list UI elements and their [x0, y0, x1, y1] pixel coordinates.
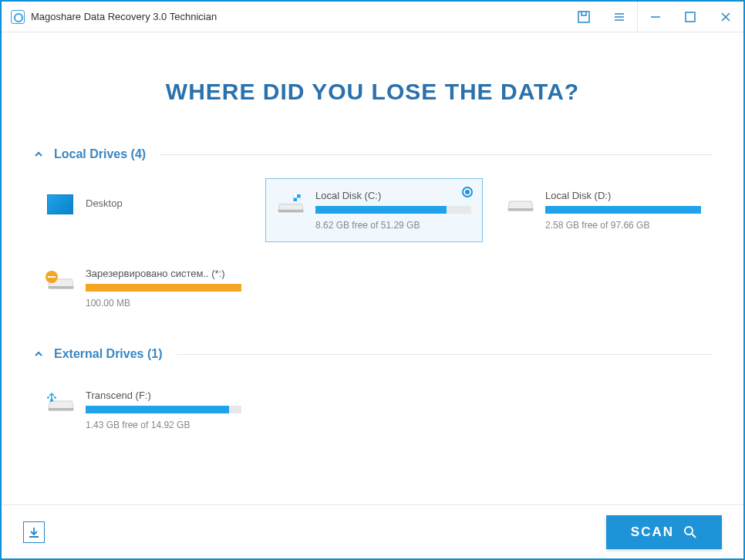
chevron-up-icon [32, 148, 45, 160]
menu-button[interactable] [602, 2, 637, 32]
selected-radio-icon [462, 187, 473, 197]
app-logo-icon [11, 10, 25, 24]
section-header-local[interactable]: Local Drives (4) [32, 147, 713, 161]
usage-bar [315, 206, 471, 214]
drive-free-text: 2.58 GB free of 97.66 GB [545, 220, 701, 231]
local-drives-grid: Desktop Local Disk (C:) 8.62 GB [32, 178, 713, 320]
drive-name: Зарезервировано систем.. (*:) [86, 268, 241, 279]
divider [177, 354, 713, 355]
drive-free-text: 1.43 GB free of 14.92 GB [86, 420, 241, 430]
drive-free-text: 8.62 GB free of 51.29 GB [315, 220, 471, 231]
titlebar-buttons [566, 2, 743, 32]
drive-item-desktop[interactable]: Desktop [35, 178, 253, 242]
svg-rect-6 [508, 208, 533, 211]
scan-button[interactable]: SCAN [606, 515, 722, 549]
usage-bar [86, 406, 241, 413]
usage-bar-fill [86, 406, 229, 413]
disk-icon [277, 194, 305, 217]
save-session-button[interactable] [566, 2, 602, 32]
svg-rect-7 [49, 286, 73, 289]
svg-rect-5 [278, 210, 303, 213]
usage-bar [545, 206, 701, 214]
minus-badge-icon [46, 271, 58, 283]
titlebar: Magoshare Data Recovery 3.0 Technician [2, 2, 743, 32]
drive-item-system-reserved[interactable]: Зарезервировано систем.. (*:) 100.00 MB [35, 256, 253, 320]
maximize-button[interactable] [673, 2, 708, 32]
scan-button-label: SCAN [631, 525, 674, 540]
disk-icon [47, 272, 75, 295]
drive-item-local-d[interactable]: Local Disk (D:) 2.58 GB free of 97.66 GB [495, 178, 713, 242]
usage-bar-fill [545, 206, 701, 214]
usage-bar-fill [315, 206, 447, 214]
external-drives-grid: Transcend (F:) 1.43 GB free of 14.92 GB [32, 378, 713, 442]
close-button[interactable] [708, 2, 743, 32]
page-title: WHERE DID YOU LOSE THE DATA? [32, 79, 713, 105]
section-title-local: Local Drives (4) [54, 147, 146, 161]
drive-name: Desktop [86, 197, 241, 209]
usage-bar-fill [86, 284, 241, 292]
minimize-button[interactable] [637, 2, 673, 32]
drive-name: Transcend (F:) [86, 390, 241, 401]
svg-point-10 [685, 527, 693, 535]
desktop-icon [47, 194, 75, 214]
svg-rect-1 [686, 12, 695, 22]
usage-bar [86, 284, 241, 292]
search-icon [683, 525, 697, 539]
section-title-external: External Drives (1) [54, 347, 163, 361]
footer: SCAN [2, 504, 743, 558]
app-title: Magoshare Data Recovery 3.0 Technician [31, 11, 217, 22]
drive-item-local-c[interactable]: Local Disk (C:) 8.62 GB free of 51.29 GB [265, 178, 483, 242]
import-button[interactable] [23, 521, 45, 543]
divider [160, 154, 713, 155]
main-content: WHERE DID YOU LOSE THE DATA? Local Drive… [2, 32, 743, 504]
svg-rect-4 [297, 197, 300, 201]
disk-icon [507, 194, 534, 217]
drive-name: Local Disk (D:) [545, 190, 701, 201]
section-header-external[interactable]: External Drives (1) [32, 347, 713, 361]
svg-rect-8 [49, 408, 73, 411]
usb-badge-icon [46, 392, 57, 403]
drive-free-text: 100.00 MB [86, 298, 241, 309]
drive-item-transcend-f[interactable]: Transcend (F:) 1.43 GB free of 14.92 GB [35, 378, 253, 442]
drive-name: Local Disk (C:) [315, 190, 471, 201]
svg-rect-3 [294, 194, 297, 197]
svg-rect-0 [578, 12, 589, 22]
chevron-up-icon [32, 348, 45, 360]
disk-icon [47, 394, 75, 417]
